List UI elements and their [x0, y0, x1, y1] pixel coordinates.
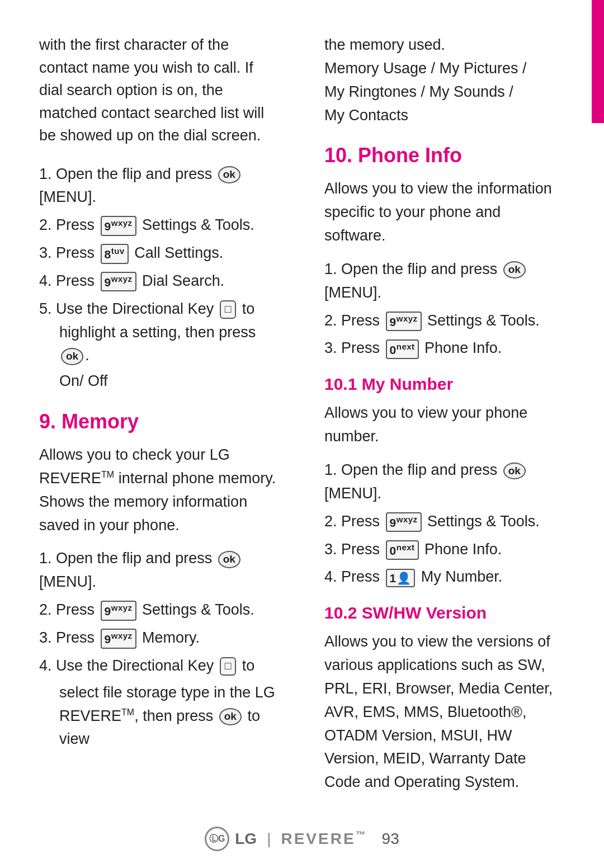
- section9-heading: 9. Memory: [39, 410, 280, 433]
- dir-key-icon-2: □: [220, 657, 236, 676]
- lg-circle-logo: ⓁG: [205, 827, 229, 851]
- tm-sup-2: TM: [121, 707, 134, 717]
- ok-icon-1: ok: [218, 166, 240, 183]
- mem-step-4: 4. Use the Directional Key □ to select f…: [39, 654, 280, 751]
- mem-step-1: 1. Open the flip and press ok [MENU].: [39, 547, 280, 594]
- mem-step-3: 3. Press 9wxyz Memory.: [39, 626, 280, 650]
- step-1: 1. Open the flip and press ok [MENU].: [39, 163, 280, 210]
- lg-text: LG: [235, 830, 257, 848]
- footer: ⓁG LG | REVERE™ 93: [0, 827, 604, 851]
- 1abc-icon: 1👤: [386, 569, 416, 587]
- pi-step-1: 1. Open the flip and press ok [MENU].: [324, 258, 565, 305]
- page-container: with the first character of the contact …: [0, 0, 604, 868]
- 9wxyz-icon-4: 9wxyz: [101, 629, 136, 648]
- right-col: the memory used. Memory Usage / My Pictu…: [319, 34, 565, 779]
- intro-paragraph: with the first character of the contact …: [39, 34, 280, 147]
- section10-heading: 10. Phone Info: [324, 144, 565, 167]
- phone-info-steps: 1. Open the flip and press ok [MENU]. 2.…: [324, 258, 565, 360]
- subsection101-heading: 10.1 My Number: [324, 375, 565, 394]
- 0next-icon-2: 0next: [386, 540, 419, 560]
- footer-tm: ™: [356, 829, 367, 841]
- dir-key-icon-1: □: [220, 300, 236, 319]
- pi-step-3: 3. Press 0next Phone Info.: [324, 337, 565, 360]
- step-4: 4. Press 9wxyz Dial Search.: [39, 270, 280, 293]
- left-col: with the first character of the contact …: [39, 34, 291, 779]
- mn-step-1: 1. Open the flip and press ok [MENU].: [324, 459, 565, 506]
- step-5-indent: highlight a setting, then press ok.: [39, 321, 280, 368]
- footer-logo-area: ⓁG LG: [205, 827, 257, 851]
- ok-icon-6: ok: [503, 463, 526, 480]
- 0next-icon-1: 0next: [386, 339, 419, 359]
- dial-search-steps: 1. Open the flip and press ok [MENU]. 2.…: [39, 163, 280, 394]
- 9wxyz-icon-3: 9wxyz: [101, 601, 136, 620]
- subsection102-heading: 10.2 SW/HW Version: [324, 603, 565, 622]
- 9wxyz-icon-6: 9wxyz: [386, 512, 422, 532]
- subsection101-body: Allows you to view your phone number.: [324, 402, 565, 449]
- ok-icon-2: ok: [61, 348, 83, 365]
- section9-body: Allows you to check your LG REVERETM int…: [39, 444, 280, 537]
- lg-logo-text: ⓁG: [209, 833, 225, 845]
- footer-brand-text: REVERE™: [281, 829, 367, 848]
- sidebar-tab: [592, 0, 604, 123]
- mn-step-2: 2. Press 9wxyz Settings & Tools.: [324, 510, 565, 534]
- footer-divider: |: [267, 830, 271, 848]
- section10-body: Allows you to view the information speci…: [324, 177, 565, 248]
- step-2: 2. Press 9wxyz Settings & Tools.: [39, 214, 280, 237]
- ok-icon-4: ok: [219, 708, 242, 725]
- pi-step-2: 2. Press 9wxyz Settings & Tools.: [324, 309, 565, 333]
- 9wxyz-icon-5: 9wxyz: [386, 312, 422, 331]
- content-area: with the first character of the contact …: [39, 34, 565, 779]
- my-number-steps: 1. Open the flip and press ok [MENU]. 2.…: [324, 459, 565, 589]
- 9wxyz-icon-1: 9wxyz: [101, 216, 136, 235]
- mem-step-2: 2. Press 9wxyz Settings & Tools.: [39, 598, 280, 622]
- ok-icon-5: ok: [503, 261, 526, 279]
- step-3: 3. Press 8tuv Call Settings.: [39, 242, 280, 265]
- mn-step-4: 4. Press 1👤 My Number.: [324, 565, 565, 589]
- tm-sup-1: TM: [101, 470, 114, 479]
- memory-steps: 1. Open the flip and press ok [MENU]. 2.…: [39, 547, 280, 751]
- 9wxyz-icon-2: 9wxyz: [101, 272, 136, 291]
- step-5: 5. Use the Directional Key □ to highligh…: [39, 298, 280, 393]
- memory-used-text: the memory used. Memory Usage / My Pictu…: [324, 34, 565, 127]
- footer-page-number: 93: [382, 830, 399, 848]
- on-off-text: On/ Off: [39, 370, 280, 393]
- subsection102-body: Allows you to view the versions of vario…: [324, 630, 565, 794]
- mem-step-4-indent: select file storage type in the LG REVER…: [39, 681, 280, 752]
- 8tuv-icon: 8tuv: [101, 244, 129, 263]
- mn-step-3: 3. Press 0next Phone Info.: [324, 538, 565, 562]
- ok-icon-3: ok: [218, 551, 240, 568]
